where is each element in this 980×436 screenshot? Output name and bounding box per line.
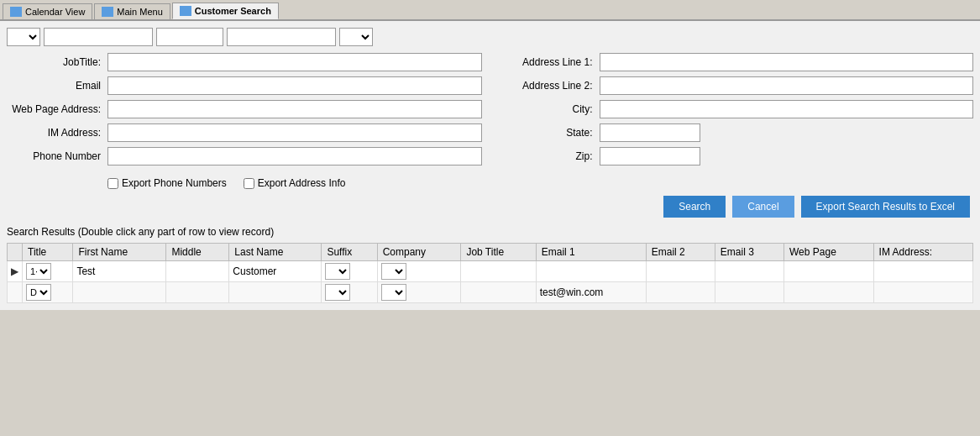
row1-company-select[interactable]: [381, 263, 406, 280]
cancel-button[interactable]: Cancel: [732, 196, 794, 218]
address1-label: Address Line 1:: [499, 56, 600, 68]
address2-label: Address Line 2:: [499, 80, 600, 92]
tab-customersearch[interactable]: Customer Search: [172, 3, 279, 19]
city-label: City:: [499, 103, 600, 115]
export-address-checkbox[interactable]: [244, 178, 254, 189]
col-im: IM Address:: [873, 244, 972, 261]
table-row[interactable]: Dr. Mr. Mrs. test@win.com: [8, 282, 973, 303]
row2-im[interactable]: [873, 282, 972, 303]
form-right: Address Line 1: Address Line 2: City: St…: [499, 53, 974, 171]
tab-mainmenu-label: Main Menu: [117, 7, 162, 17]
table-header-row: Title First Name Middle Last Name Suffix…: [8, 244, 973, 261]
webpage-row: Web Page Address:: [7, 100, 482, 118]
row1-email2[interactable]: [646, 261, 715, 282]
row1-company[interactable]: [377, 261, 461, 282]
address2-input[interactable]: [600, 76, 974, 95]
firstname-input[interactable]: [44, 28, 153, 46]
phone-label: Phone Number: [7, 150, 107, 162]
tab-bar: Calendar View Main Menu Customer Search: [0, 0, 980, 21]
row2-email1[interactable]: test@win.com: [536, 282, 646, 303]
results-table: Title First Name Middle Last Name Suffix…: [7, 243, 973, 303]
suffix-dropdown[interactable]: Jr. Sr.: [339, 28, 373, 46]
row1-suffix-select[interactable]: [325, 263, 350, 280]
export-phone-label: Export Phone Numbers: [122, 177, 227, 189]
middlename-input[interactable]: [156, 28, 223, 46]
jobtitle-label: JobTitle:: [7, 56, 107, 68]
row2-title[interactable]: Dr. Mr. Mrs.: [23, 282, 73, 303]
row1-title-select[interactable]: 1· Mr. Mrs. Dr.: [26, 263, 51, 280]
col-email3: Email 3: [715, 244, 783, 261]
row2-suffix-select[interactable]: [325, 284, 350, 301]
mainmenu-icon: [102, 7, 113, 17]
top-name-row: Mr. Mrs. Dr. Jr. Sr.: [7, 28, 973, 46]
address1-row: Address Line 1:: [499, 53, 974, 71]
col-arrow: [8, 244, 23, 261]
export-phone-checkbox-item[interactable]: Export Phone Numbers: [107, 177, 227, 189]
row2-middle[interactable]: [166, 282, 229, 303]
col-lastname: Last Name: [229, 244, 322, 261]
tab-calendar[interactable]: Calendar View: [3, 3, 92, 19]
col-email2: Email 2: [646, 244, 715, 261]
col-title: Title: [23, 244, 73, 261]
zip-input[interactable]: [600, 147, 700, 165]
search-button[interactable]: Search: [663, 196, 726, 218]
row2-company-select[interactable]: [381, 284, 406, 301]
col-email1: Email 1: [536, 244, 646, 261]
lastname-input[interactable]: [227, 28, 336, 46]
im-row: IM Address:: [7, 123, 482, 142]
row2-title-select[interactable]: Dr. Mr. Mrs.: [26, 284, 51, 301]
row2-webpage[interactable]: [783, 282, 873, 303]
row2-email2[interactable]: [646, 282, 715, 303]
email-input[interactable]: [107, 76, 482, 95]
export-phone-checkbox[interactable]: [107, 178, 118, 189]
row2-company[interactable]: [377, 282, 461, 303]
email-label: Email: [7, 80, 107, 92]
calendar-icon: [10, 7, 22, 17]
jobtitle-input[interactable]: [107, 53, 482, 71]
webpage-input[interactable]: [107, 100, 482, 118]
zip-row: Zip:: [499, 147, 974, 165]
export-address-label: Export Address Info: [258, 177, 346, 189]
row1-middle[interactable]: [166, 261, 229, 282]
title-dropdown[interactable]: Mr. Mrs. Dr.: [7, 28, 40, 46]
row2-lastname[interactable]: [229, 282, 322, 303]
zip-label: Zip:: [499, 150, 600, 162]
tab-calendar-label: Calendar View: [25, 7, 85, 17]
row1-lastname[interactable]: Customer: [229, 261, 322, 282]
col-middle: Middle: [166, 244, 229, 261]
row1-email3[interactable]: [715, 261, 783, 282]
export-address-checkbox-item[interactable]: Export Address Info: [244, 177, 346, 189]
row2-suffix[interactable]: [322, 282, 377, 303]
results-label: Search Results (Double click any part of…: [7, 226, 973, 238]
row1-firstname[interactable]: Test: [73, 261, 166, 282]
im-input[interactable]: [107, 123, 482, 142]
city-input[interactable]: [600, 100, 974, 118]
row1-jobtitle[interactable]: [461, 261, 536, 282]
row1-email1[interactable]: [536, 261, 646, 282]
col-webpage: Web Page: [783, 244, 873, 261]
tab-mainmenu[interactable]: Main Menu: [94, 3, 170, 19]
row1-suffix[interactable]: [322, 261, 377, 282]
city-row: City:: [499, 100, 974, 118]
checkbox-row: Export Phone Numbers Export Address Info: [107, 177, 973, 189]
customersearch-icon: [180, 6, 191, 16]
row2-email3[interactable]: [715, 282, 783, 303]
table-row[interactable]: ▶ 1· Mr. Mrs. Dr. Test Customer: [8, 261, 973, 282]
row1-arrow: ▶: [8, 261, 23, 282]
form-left: JobTitle: Email Web Page Address: IM Add…: [7, 53, 482, 171]
state-input[interactable]: [600, 123, 700, 142]
address1-input[interactable]: [600, 53, 974, 71]
row2-jobtitle[interactable]: [461, 282, 536, 303]
col-suffix: Suffix: [322, 244, 377, 261]
export-excel-button[interactable]: Export Search Results to Excel: [801, 196, 970, 218]
col-company: Company: [377, 244, 461, 261]
im-label: IM Address:: [7, 127, 107, 139]
state-row: State:: [499, 123, 974, 142]
row2-firstname[interactable]: [73, 282, 166, 303]
col-firstname: First Name: [73, 244, 166, 261]
row1-im[interactable]: [873, 261, 972, 282]
phone-input[interactable]: [107, 147, 482, 165]
row1-webpage[interactable]: [783, 261, 873, 282]
phone-row: Phone Number: [7, 147, 482, 165]
row1-title[interactable]: 1· Mr. Mrs. Dr.: [23, 261, 73, 282]
